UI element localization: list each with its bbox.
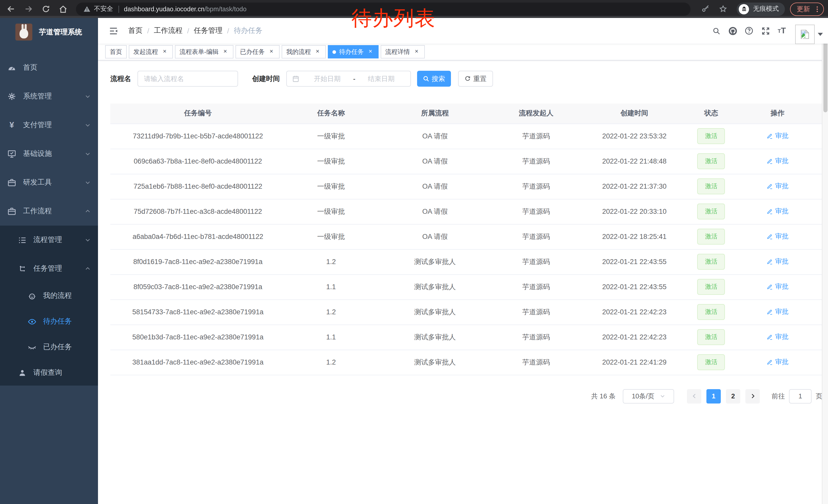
col-actions: 操作 <box>733 103 822 124</box>
help-icon[interactable] <box>741 22 757 39</box>
sidebar-item-label: 系统管理 <box>23 92 52 101</box>
search-icon <box>422 75 429 82</box>
sidebar-item-leave-query[interactable]: 请假查询 <box>0 360 98 385</box>
process-name-input[interactable] <box>137 71 238 87</box>
sidebar-item-label: 我的流程 <box>43 291 72 301</box>
tab-start-process[interactable]: 发起流程× <box>129 45 173 58</box>
edit-pencil-icon <box>767 283 773 290</box>
approve-link[interactable]: 审批 <box>767 358 788 367</box>
cell-task-name: 1.2 <box>286 300 377 325</box>
workflow-submenu: 流程管理 任务管理 <box>0 226 98 385</box>
close-icon[interactable]: × <box>413 48 420 55</box>
approve-link[interactable]: 审批 <box>767 257 788 266</box>
sidebar-item-todo-task[interactable]: 待办任务 <box>0 309 98 334</box>
prev-page-button[interactable] <box>687 389 701 403</box>
incognito-icon <box>739 4 749 14</box>
cell-starter: 芋道源码 <box>493 325 579 350</box>
cell-process: OA 请假 <box>377 224 493 249</box>
sidebar-logo[interactable]: 芋道管理系统 <box>0 18 98 46</box>
cell-task-id: 725a1eb6-7b88-11ec-8ef0-acde48001122 <box>110 174 286 199</box>
chevron-right-icon <box>749 393 756 400</box>
edit-pencil-icon <box>767 259 773 265</box>
tab-done-task[interactable]: 已办任务× <box>236 45 280 58</box>
breadcrumb-item[interactable]: 首页 <box>128 26 142 35</box>
sidebar-item-process-mgmt[interactable]: 流程管理 <box>0 226 98 254</box>
search-button[interactable]: 搜索 <box>417 71 451 87</box>
sidebar-collapse-icon[interactable] <box>106 23 121 39</box>
approve-link[interactable]: 审批 <box>767 182 788 191</box>
tab-form-edit[interactable]: 流程表单-编辑× <box>175 45 234 58</box>
close-icon[interactable]: × <box>268 48 275 55</box>
start-date-placeholder[interactable]: 开始日期 <box>303 74 351 83</box>
password-key-icon[interactable] <box>697 2 714 16</box>
tab-todo-task[interactable]: 待办任务× <box>328 45 379 58</box>
end-date-placeholder[interactable]: 结束日期 <box>357 74 405 83</box>
avatar-caret-icon[interactable] <box>818 33 823 36</box>
navbar-tools: TT <box>708 17 823 44</box>
close-icon[interactable]: × <box>161 48 168 55</box>
avatar[interactable] <box>795 25 815 44</box>
browser-reload-icon[interactable] <box>37 2 54 16</box>
table-row: 8f0d1619-7ac8-11ec-a9e2-a2380e71991a 1.2… <box>110 249 822 274</box>
fullscreen-icon[interactable] <box>757 22 774 39</box>
tree-list-icon <box>17 235 27 244</box>
browser-home-icon[interactable] <box>54 2 72 16</box>
sidebar-item-system[interactable]: 系统管理 <box>0 82 98 111</box>
breadcrumb-item[interactable]: 工作流程 <box>154 26 182 35</box>
cell-starter: 芋道源码 <box>493 249 579 274</box>
tab-process-detail[interactable]: 流程详情× <box>381 45 425 58</box>
reset-button[interactable]: 重置 <box>458 71 493 87</box>
edit-pencil-icon <box>767 334 773 340</box>
security-label[interactable]: 不安全 <box>94 5 113 13</box>
table-row: 580e1b3d-7ac8-11ec-a9e2-a2380e71991a 1.1… <box>110 325 822 350</box>
sidebar-item-done-task[interactable]: 已办任务 <box>0 334 98 360</box>
close-icon[interactable]: × <box>367 48 374 55</box>
briefcase-icon <box>7 178 16 187</box>
refresh-icon <box>464 75 471 82</box>
approve-link[interactable]: 审批 <box>767 307 788 317</box>
github-icon[interactable] <box>724 22 741 39</box>
approve-link[interactable]: 审批 <box>767 156 788 166</box>
approve-link[interactable]: 审批 <box>767 132 788 141</box>
breadcrumb-item[interactable]: 任务管理 <box>194 26 223 35</box>
sidebar-item-payment[interactable]: ¥ 支付管理 <box>0 111 98 139</box>
sidebar-item-workflow[interactable]: 工作流程 <box>0 197 98 226</box>
sidebar-item-devtools[interactable]: 研发工具 <box>0 168 98 197</box>
breadcrumb-separator: / <box>147 27 149 35</box>
tab-my-process[interactable]: 我的流程× <box>282 45 326 58</box>
cell-task-name: 1.1 <box>286 325 377 350</box>
table-row: 8f059c03-7ac8-11ec-a9e2-a2380e71991a 1.1… <box>110 274 822 300</box>
browser-menu-kebab-icon[interactable] <box>813 4 821 13</box>
date-range-picker[interactable]: 开始日期 - 结束日期 <box>286 71 411 87</box>
page-size-select[interactable]: 10条/页 <box>623 389 674 403</box>
page-button-1[interactable]: 1 <box>706 389 721 403</box>
approve-link[interactable]: 审批 <box>767 332 788 342</box>
sidebar-item-infra[interactable]: 基础设施 <box>0 139 98 168</box>
dashboard-icon <box>7 63 16 72</box>
flow-branch-icon <box>17 264 27 273</box>
sidebar-item-task-mgmt[interactable]: 任务管理 <box>0 254 98 283</box>
cell-task-name: 一级审批 <box>286 124 377 149</box>
approve-link[interactable]: 审批 <box>767 207 788 216</box>
url-path: /bpm/task/todo <box>204 5 247 12</box>
next-page-button[interactable] <box>745 389 760 403</box>
browser-forward-icon[interactable] <box>19 2 37 16</box>
browser-back-icon[interactable] <box>2 2 19 16</box>
sidebar-item-my-process[interactable]: 我的流程 <box>0 283 98 309</box>
sidebar-item-label: 已办任务 <box>43 342 72 352</box>
approve-link[interactable]: 审批 <box>767 282 788 291</box>
col-task-name: 任务名称 <box>286 103 377 124</box>
page-button-2[interactable]: 2 <box>726 389 740 403</box>
bookmark-star-icon[interactable] <box>714 2 732 16</box>
update-button[interactable]: 更新 <box>790 2 824 16</box>
goto-page-input[interactable] <box>789 389 812 403</box>
tab-home[interactable]: 首页 <box>105 45 127 58</box>
search-icon[interactable] <box>708 22 724 39</box>
sidebar-item-home[interactable]: 首页 <box>0 53 98 82</box>
approve-link[interactable]: 审批 <box>767 232 788 241</box>
table-row: 75d72608-7b7f-11ec-a3c8-acde48001122 一级审… <box>110 199 822 224</box>
font-size-icon[interactable]: TT <box>774 22 790 39</box>
close-icon[interactable]: × <box>222 48 229 55</box>
cell-process: OA 请假 <box>377 174 493 199</box>
close-icon[interactable]: × <box>314 48 321 55</box>
